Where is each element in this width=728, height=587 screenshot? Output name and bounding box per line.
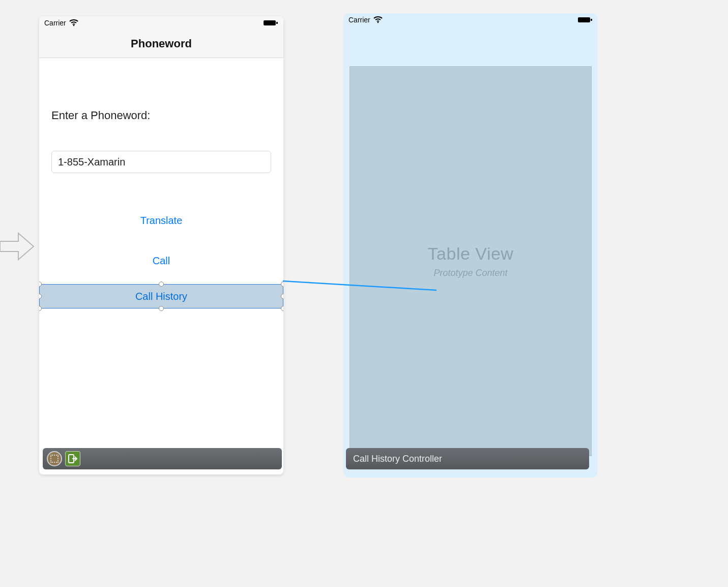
resize-handle-top-right[interactable] [281, 282, 283, 287]
call-button[interactable]: Call [51, 251, 271, 271]
wifi-icon [373, 16, 383, 23]
resize-handle-bottom-left[interactable] [39, 306, 42, 311]
battery-icon [577, 16, 593, 23]
svg-rect-5 [578, 17, 590, 22]
phoneword-input[interactable] [51, 151, 271, 173]
carrier-label: Carrier [44, 19, 66, 27]
svg-rect-2 [276, 22, 278, 24]
table-view-title: Table View [428, 244, 514, 264]
battery-icon [263, 19, 278, 26]
scene-label: Call History Controller [353, 454, 442, 464]
svg-point-0 [73, 25, 74, 26]
svg-point-4 [377, 22, 378, 23]
resize-handle-bottom-right[interactable] [281, 306, 283, 311]
exit-icon[interactable] [65, 451, 80, 466]
table-view[interactable]: Table View Prototype Content [350, 66, 592, 456]
call-history-button[interactable]: Call History [39, 284, 283, 309]
resize-handle-middle-right[interactable] [281, 294, 283, 299]
svg-rect-1 [264, 20, 276, 25]
resize-handle-top-center[interactable] [159, 282, 164, 287]
view-controller-icon[interactable] [47, 451, 62, 466]
carrier-label: Carrier [348, 16, 370, 24]
scene-label-bar[interactable]: Call History Controller [346, 448, 589, 469]
resize-handle-bottom-center[interactable] [159, 306, 164, 311]
nav-bar-placeholder [343, 26, 598, 66]
phoneword-content: Enter a Phoneword: Translate Call [39, 58, 283, 271]
initial-scene-arrow-icon [0, 230, 36, 263]
dock-bar [43, 448, 282, 469]
navigation-bar: Phoneword [39, 30, 283, 58]
status-bar: Carrier [39, 16, 283, 30]
call-history-scene[interactable]: Carrier Table View Prototype Content [343, 13, 598, 478]
wifi-icon [69, 19, 78, 26]
page-title: Phoneword [131, 37, 192, 50]
svg-rect-6 [591, 19, 592, 21]
table-view-subtitle: Prototype Content [433, 268, 507, 278]
phoneword-scene[interactable]: Carrier Phoneword Enter a Phoneword: Tra… [39, 16, 283, 474]
call-history-label: Call History [135, 291, 187, 302]
call-history-button-selection[interactable]: Call History [39, 284, 283, 309]
translate-button[interactable]: Translate [51, 211, 271, 231]
prompt-label: Enter a Phoneword: [51, 109, 271, 122]
status-bar: Carrier [343, 13, 598, 26]
